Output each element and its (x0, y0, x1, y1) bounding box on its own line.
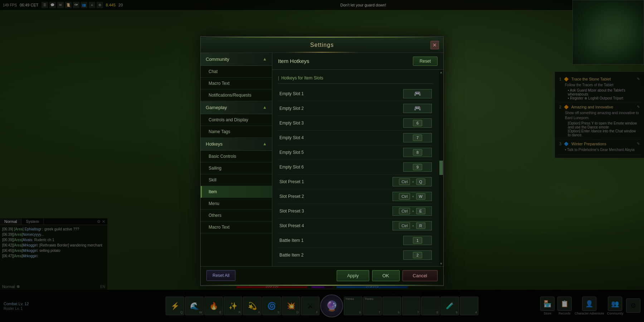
hotkey-row-empty-4: Empty Slot 4 7 (278, 131, 433, 145)
apply-button[interactable]: Apply (337, 270, 369, 281)
sidebar-category-hotkeys-label: Hotkeys (206, 141, 223, 147)
settings-modal: Settings ✕ Community ▲ Chat Macro Text (200, 36, 444, 286)
sidebar-item-others-label: Others (209, 213, 221, 218)
hotkey-label-empty-3: Empty Slot 3 (279, 121, 403, 126)
sidebar-item-skill[interactable]: Skill (201, 174, 272, 186)
content-title: Item Hotkeys (278, 58, 309, 64)
hotkey-row-empty-2: Empty Slot 2 🎮 (278, 101, 433, 116)
hotkey-row-empty-6: Empty Slot 6 9 (278, 160, 433, 175)
sidebar-item-controls-label: Controls and Display (209, 117, 248, 122)
sidebar-item-item[interactable]: Item (201, 186, 272, 198)
ctrl-key-p3: Ctrl (399, 208, 410, 214)
modal-deco-bottom (201, 285, 443, 286)
hotkey-input-preset-2[interactable]: Ctrl + W (392, 192, 432, 201)
key-e: E (416, 208, 425, 214)
ctrl-key-p4: Ctrl (399, 223, 410, 229)
plus-p4: + (412, 224, 414, 228)
plus-p3: + (412, 209, 414, 213)
reset-all-button[interactable]: Reset All (206, 270, 235, 281)
reset-button[interactable]: Reset (413, 57, 438, 66)
scroll-down-arrow[interactable]: ▼ (439, 261, 443, 266)
sidebar-item-item-label: Item (209, 189, 217, 194)
sidebar-category-gameplay[interactable]: Gameplay ▲ (201, 101, 272, 114)
sidebar-category-community[interactable]: Community ▲ (201, 53, 272, 66)
hotkey-label-empty-2: Empty Slot 2 (279, 106, 403, 111)
hotkey-input-preset-4[interactable]: Ctrl + R (392, 221, 432, 230)
sidebar-item-sailing[interactable]: Sailing (201, 162, 272, 174)
hotkey-row-empty-1: Empty Slot 1 🎮 (278, 87, 433, 101)
hotkey-label-battle-2: Battle Item 2 (279, 253, 403, 258)
ctrl-key-p2: Ctrl (399, 193, 410, 200)
modal-header: Settings ✕ (201, 38, 443, 53)
sidebar-item-others[interactable]: Others (201, 210, 272, 221)
sidebar-item-notifications-label: Notifications/Requests (209, 93, 251, 98)
key-1: 1 (413, 237, 422, 244)
sidebar-item-nametags[interactable]: Name Tags (201, 126, 272, 138)
sidebar-item-menu-label: Menu (209, 201, 219, 206)
hotkey-input-preset-3[interactable]: Ctrl + E (392, 206, 432, 216)
hotkey-label-empty-4: Empty Slot 4 (279, 135, 403, 140)
sidebar-item-skill-label: Skill (209, 177, 216, 182)
section-header: Hotkeys for Item Slots (278, 73, 433, 84)
hotkey-label-preset-1: Slot Preset 1 (279, 179, 392, 184)
hotkey-input-empty-5[interactable]: 8 (403, 148, 432, 157)
hotkey-row-battle-1: Battle Item 1 1 (278, 233, 433, 248)
key-r: R (416, 223, 425, 229)
scroll-thumb[interactable] (439, 161, 443, 175)
key-6: 6 (413, 120, 422, 126)
modal-close-button[interactable]: ✕ (430, 41, 439, 49)
sidebar-category-community-label: Community (206, 57, 229, 62)
modal-overlay: Settings ✕ Community ▲ Chat Macro Text (0, 0, 644, 322)
key-2: 2 (413, 252, 422, 258)
cancel-button[interactable]: Cancel (402, 270, 438, 281)
content-header: Item Hotkeys Reset (272, 53, 443, 70)
hotkey-input-empty-1[interactable]: 🎮 (403, 89, 432, 98)
hotkey-row-preset-2: Slot Preset 2 Ctrl + W (278, 189, 433, 204)
content-scroll-wrapper: Hotkeys for Item Slots Empty Slot 1 🎮 Em… (272, 70, 443, 266)
ok-button[interactable]: OK (372, 270, 400, 281)
hotkey-row-battle-2: Battle Item 2 2 (278, 248, 433, 263)
hotkeys-arrow-icon: ▲ (263, 141, 267, 146)
key-w: W (416, 193, 425, 200)
hotkey-label-empty-6: Empty Slot 6 (279, 165, 403, 170)
sidebar-item-macro-text-2[interactable]: Macro Text (201, 221, 272, 233)
sidebar-item-basic-controls-label: Basic Controls (209, 154, 236, 159)
sidebar-item-macro-text-2-label: Macro Text (209, 225, 229, 230)
sidebar-item-macro-text[interactable]: Macro Text (201, 78, 272, 89)
sidebar-item-basic-controls[interactable]: Basic Controls (201, 151, 272, 162)
sidebar-item-nametags-label: Name Tags (209, 129, 230, 134)
sidebar-item-macro-text-label: Macro Text (209, 81, 229, 86)
hotkey-input-empty-3[interactable]: 6 (403, 118, 432, 128)
sidebar-item-chat[interactable]: Chat (201, 66, 272, 78)
content-scrollable: Hotkeys for Item Slots Empty Slot 1 🎮 Em… (272, 70, 439, 266)
hotkey-input-preset-1[interactable]: Ctrl + Q (392, 177, 432, 186)
modal-title: Settings (310, 42, 334, 48)
sidebar-item-notifications[interactable]: Notifications/Requests (201, 89, 272, 101)
modal-body: Community ▲ Chat Macro Text Notification… (201, 53, 443, 266)
sidebar-category-gameplay-label: Gameplay (206, 105, 227, 110)
gameplay-arrow-icon: ▲ (263, 105, 267, 110)
hotkey-input-battle-1[interactable]: 1 (403, 236, 432, 245)
modal-footer: Reset All Apply OK Cancel (201, 266, 443, 285)
plus-p1: + (412, 180, 414, 184)
modal-title-decoration (286, 52, 358, 53)
hotkey-input-battle-2[interactable]: 2 (403, 250, 432, 260)
key-7: 7 (413, 135, 422, 141)
hotkey-input-empty-6[interactable]: 9 (403, 162, 432, 172)
community-arrow-icon: ▲ (263, 57, 267, 62)
sidebar-category-hotkeys[interactable]: Hotkeys ▲ (201, 138, 272, 151)
settings-sidebar: Community ▲ Chat Macro Text Notification… (201, 53, 272, 266)
sidebar-item-controls[interactable]: Controls and Display (201, 114, 272, 126)
hotkey-input-empty-2[interactable]: 🎮 (403, 104, 432, 113)
hotkey-input-empty-4[interactable]: 7 (403, 133, 432, 142)
hotkey-row-preset-1: Slot Preset 1 Ctrl + Q (278, 175, 433, 189)
sidebar-item-menu[interactable]: Menu (201, 198, 272, 210)
hotkey-row-empty-5: Empty Slot 5 8 (278, 145, 433, 160)
hotkey-label-preset-3: Slot Preset 3 (279, 209, 392, 214)
key-9: 9 (413, 164, 422, 170)
hotkey-label-preset-2: Slot Preset 2 (279, 194, 392, 199)
scroll-up-arrow[interactable]: ▲ (439, 70, 443, 75)
ctrl-key-p1: Ctrl (399, 179, 410, 185)
sidebar-item-sailing-label: Sailing (209, 166, 221, 171)
hotkey-label-empty-5: Empty Slot 5 (279, 150, 403, 155)
